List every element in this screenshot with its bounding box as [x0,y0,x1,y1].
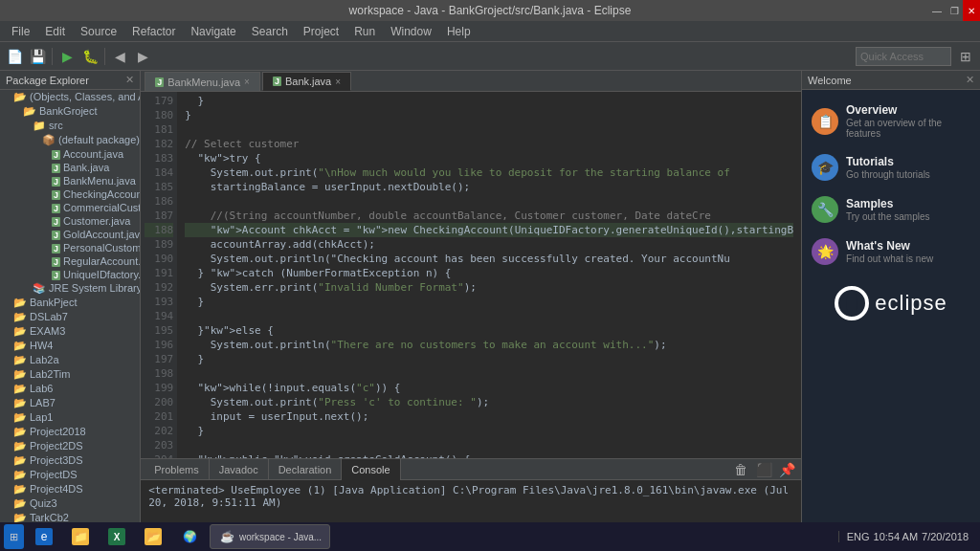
forward-button[interactable]: ▶ [132,46,153,67]
code-line-187: //(String accountNumber, double accountB… [185,209,793,223]
perspectives-button[interactable]: ⊞ [955,46,976,67]
console-clear-button[interactable]: 🗑 [730,459,751,480]
code-line-201: input = userInput.next(); [185,409,793,424]
code-editor[interactable]: 1791801811821831841851861871881891901911… [141,92,801,458]
menu-help[interactable]: Help [439,23,479,40]
pe-item-(objects,-classes,-and-aggregation-...[interactable]: 📂(Objects, Classes, and Aggregation ... [0,90,140,104]
code-line-184: System.out.print("\nHow much would you l… [185,165,793,180]
taskbar-chrome[interactable]: 🌍 [173,524,206,549]
save-button[interactable]: 💾 [27,46,48,67]
clock-date: 7/20/2018 [922,531,969,542]
bottom-tab-problems[interactable]: Problems [145,459,209,480]
pe-item-project2ds[interactable]: 📂Project2DS [0,439,140,453]
pe-item-uniqueidfactory.java[interactable]: JUniqueIDfactory.java [0,268,140,281]
line-number-200: 200 [145,395,173,409]
pe-item-goldaccount.java[interactable]: JGoldAccount.java [0,228,140,241]
wp-item-title: Overview [846,103,970,117]
debug-button[interactable]: 🐛 [79,46,100,67]
pe-item-projectds[interactable]: 📂ProjectDS [0,468,140,482]
bottom-tab-console[interactable]: Console [342,459,400,480]
menu-window[interactable]: Window [383,23,439,40]
taskbar-excel[interactable]: X [100,524,133,549]
new-button[interactable]: 📄 [4,46,25,67]
toolbar-right: ⊞ [856,46,976,67]
editor-tab-Bank-java[interactable]: JBank.java× [262,72,351,91]
pe-item-personalcustomer.java[interactable]: JPersonalCustomer.java [0,241,140,254]
console-pin-button[interactable]: 📌 [776,459,797,480]
pe-item-lab7[interactable]: 📂LAB7 [0,396,140,410]
pe-item-bank.java[interactable]: JBank.java [0,161,140,174]
pe-item-project2018[interactable]: 📂Project2018 [0,425,140,439]
run-button[interactable]: ▶ [56,46,78,67]
bottom-tab-declaration[interactable]: Declaration [269,459,343,480]
editor-tabs: JBankMenu.java×JBank.java× [141,71,801,92]
pe-item-lab6[interactable]: 📂Lab6 [0,382,140,396]
wp-item-subtitle: Go through tutorials [846,169,930,180]
pe-item-(default-package)[interactable]: 📦(default package) [0,133,140,147]
pe-item-hw4[interactable]: 📂HW4 [0,339,140,353]
welcome-item-tutorials[interactable]: 🎓 Tutorials Go through tutorials [812,150,970,185]
pe-item-project4ds[interactable]: 📂Project4DS [0,482,140,496]
pe-item-account.java[interactable]: JAccount.java [0,147,140,161]
pe-item-lap1[interactable]: 📂Lap1 [0,410,140,425]
menu-navigate[interactable]: Navigate [183,23,243,40]
menu-source[interactable]: Source [73,23,124,40]
pe-close-icon[interactable]: ✕ [125,74,134,86]
taskbar-explorer[interactable]: 📂 [137,524,169,549]
taskbar-ie[interactable]: e [28,524,60,549]
menu-run[interactable]: Run [346,23,383,40]
pe-item-lab2tim[interactable]: 📂Lab2Tim [0,367,140,382]
menu-project[interactable]: Project [296,23,346,40]
tab-close-icon[interactable]: × [244,77,250,87]
pe-body[interactable]: 📂(Objects, Classes, and Aggregation ...📂… [0,90,140,530]
welcome-item-what's-new[interactable]: 🌟 What's New Find out what is new [812,234,970,269]
code-content[interactable]: }} // Select customer "kw">try { System.… [177,92,801,458]
menu-edit[interactable]: Edit [37,23,73,40]
pe-item-commercialcustomerj...[interactable]: JCommercialCustomerJ... [0,201,140,214]
pe-item-src[interactable]: 📁src [0,119,140,133]
pe-item-bankmenu.java[interactable]: JBankMenu.java [0,174,140,187]
code-line-189: accountArray.add(chkAcct); [185,237,793,252]
pe-item-checkingaccount.java[interactable]: JCheckingAccount.java [0,187,140,201]
back-button[interactable]: ◀ [109,46,130,67]
welcome-item-overview[interactable]: 📋 Overview Get an overview of the featur… [812,99,970,143]
line-number-196: 196 [145,338,173,352]
pe-item-exam3[interactable]: 📂EXAM3 [0,324,140,339]
quick-access-input[interactable] [856,47,951,66]
bottom-tab-javadoc[interactable]: Javadoc [210,459,269,480]
taskbar-files[interactable]: 📁 [64,524,97,549]
pe-item-project3ds[interactable]: 📂Project3DS [0,453,140,468]
line-number-195: 195 [145,323,173,338]
welcome-item-samples[interactable]: 🔧 Samples Try out the samples [812,192,970,227]
pe-item-customer.java[interactable]: JCustomer.java [0,214,140,228]
menu-file[interactable]: File [4,23,37,40]
code-line-185: startingBalance = userInput.nextDouble()… [185,180,793,194]
code-line-190: System.out.println("Checking account has… [185,252,793,266]
tab-close-icon[interactable]: × [335,77,341,87]
welcome-panel: Welcome ✕ 📋 Overview Get an overview of … [801,71,980,530]
close-button[interactable]: ✕ [963,0,980,21]
pe-item-jre-system-library-[jre1.8.0_16...][interactable]: 📚JRE System Library [jre1.8.0_16...] [0,281,140,296]
pe-item-regularaccount.java[interactable]: JRegularAccount.java [0,254,140,268]
start-button[interactable]: ⊞ [4,524,24,549]
pe-item-dslab7[interactable]: 📂DSLab7 [0,310,140,324]
pe-item-lab2a[interactable]: 📂Lab2a [0,353,140,367]
minimize-button[interactable]: — [928,0,946,21]
code-line-180: } [185,108,793,122]
taskbar-eclipse[interactable]: ☕ workspace - Java... [210,524,330,549]
wp-item-title: Tutorials [846,155,930,168]
pe-item-quiz3[interactable]: 📂Quiz3 [0,496,140,511]
chrome-icon: 🌍 [181,528,198,545]
wp-close-icon[interactable]: ✕ [966,74,974,86]
pe-item-bankgroject[interactable]: 📂BankGroject [0,104,140,119]
wp-item-title: What's New [846,239,933,253]
editor-tab-BankMenu-java[interactable]: JBankMenu.java× [145,72,260,91]
line-number-198: 198 [145,366,173,381]
console-stop-button[interactable]: ⬛ [753,459,774,480]
line-number-186: 186 [145,194,173,209]
menu-search[interactable]: Search [244,23,296,40]
maximize-button[interactable]: ❐ [946,0,963,21]
pe-item-bankpject[interactable]: 📂BankPject [0,296,140,310]
menu-refactor[interactable]: Refactor [124,23,183,40]
wp-item-icon: 🎓 [812,154,838,181]
